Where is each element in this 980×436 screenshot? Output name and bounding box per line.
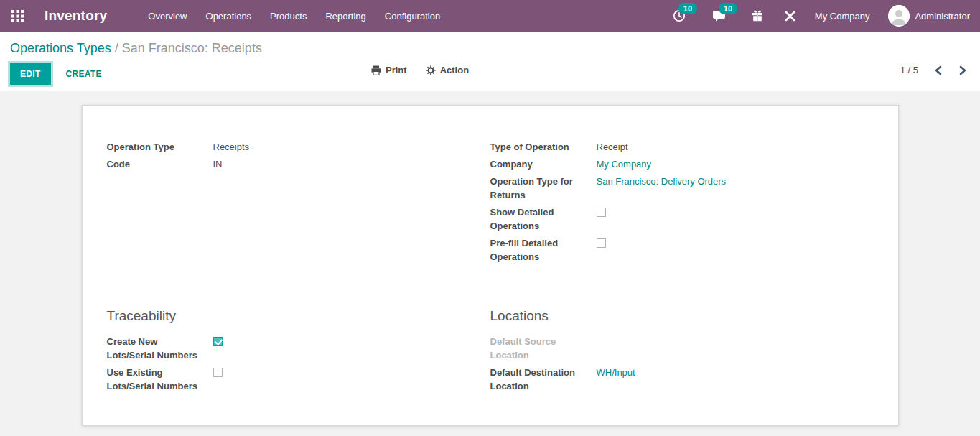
activities-badge: 10 bbox=[678, 3, 697, 14]
field-prefill-detailed-operations: Pre-fill Detailed Operations bbox=[490, 236, 874, 264]
form-left-column: Operation Type Receipts Code IN bbox=[107, 140, 490, 267]
field-label: Code bbox=[107, 157, 213, 171]
field-return-operation-type: Operation Type for Returns San Francisco… bbox=[490, 175, 874, 202]
form-right-column: Type of Operation Receipt Company My Com… bbox=[490, 140, 874, 267]
breadcrumb-current: San Francisco: Receipts bbox=[122, 41, 262, 55]
menu-configuration[interactable]: Configuration bbox=[375, 7, 449, 25]
field-label: Type of Operation bbox=[490, 140, 597, 154]
field-use-existing-lots: Use Existing Lots/Serial Numbers bbox=[107, 366, 490, 393]
field-company: Company My Company bbox=[490, 157, 874, 171]
prefill-detailed-operations-checkbox[interactable] bbox=[597, 238, 606, 248]
field-label: Pre-fill Detailed Operations bbox=[490, 236, 597, 264]
systray: 10 10 bbox=[664, 5, 970, 27]
default-destination-location-link[interactable]: WH/Input bbox=[597, 366, 635, 393]
field-value: Receipt bbox=[597, 140, 628, 154]
action-menu[interactable]: Action bbox=[426, 65, 469, 75]
pager-count: 1 / 5 bbox=[900, 65, 918, 75]
printer-icon bbox=[371, 65, 381, 75]
locations-section: Locations Default Source Location Defaul… bbox=[490, 308, 874, 396]
create-new-lots-checkbox[interactable] bbox=[213, 337, 223, 346]
pager-next-button[interactable] bbox=[958, 65, 967, 75]
use-existing-lots-checkbox[interactable] bbox=[213, 368, 223, 377]
content-area: Operation Type Receipts Code IN Type of … bbox=[0, 91, 980, 424]
return-operation-type-link[interactable]: San Francisco: Delivery Orders bbox=[597, 175, 727, 202]
action-menus: Print Action bbox=[371, 65, 469, 75]
print-label: Print bbox=[386, 65, 407, 75]
create-button[interactable]: CREATE bbox=[66, 69, 102, 79]
gift-icon bbox=[751, 9, 764, 22]
company-link[interactable]: My Company bbox=[597, 157, 652, 171]
show-detailed-operations-checkbox[interactable] bbox=[597, 208, 606, 217]
field-code: Code IN bbox=[107, 157, 490, 171]
menu-reporting[interactable]: Reporting bbox=[316, 7, 375, 25]
breadcrumb-parent-link[interactable]: Operations Types bbox=[10, 41, 111, 55]
gift-button[interactable] bbox=[742, 9, 773, 22]
activities-button[interactable]: 10 bbox=[664, 9, 694, 22]
menu-products[interactable]: Products bbox=[261, 7, 316, 25]
breadcrumb: Operations Types / San Francisco: Receip… bbox=[0, 32, 980, 62]
field-label: Use Existing Lots/Serial Numbers bbox=[107, 366, 213, 393]
control-panel-buttons: EDIT CREATE Print bbox=[0, 62, 980, 91]
traceability-section-title: Traceability bbox=[107, 308, 490, 324]
field-label: Company bbox=[490, 157, 597, 171]
company-switcher[interactable]: My Company bbox=[805, 11, 880, 22]
menu-operations[interactable]: Operations bbox=[197, 7, 261, 25]
field-show-detailed-operations: Show Detailed Operations bbox=[490, 205, 874, 233]
form-sheet: Operation Type Receipts Code IN Type of … bbox=[82, 105, 899, 426]
field-default-destination-location: Default Destination Location WH/Input bbox=[490, 366, 874, 393]
action-label: Action bbox=[440, 65, 469, 75]
apps-menu-button[interactable] bbox=[0, 0, 34, 32]
main-menu: Overview Operations Products Reporting C… bbox=[139, 7, 449, 25]
user-name: Administrator bbox=[915, 11, 970, 22]
form-sections: Traceability Create New Lots/Serial Numb… bbox=[107, 308, 874, 396]
field-create-new-lots: Create New Lots/Serial Numbers bbox=[107, 335, 490, 362]
field-label: Default Destination Location bbox=[490, 366, 597, 393]
traceability-section: Traceability Create New Lots/Serial Numb… bbox=[107, 308, 490, 396]
field-value: IN bbox=[213, 157, 223, 171]
breadcrumb-separator: / bbox=[115, 41, 122, 55]
menu-overview[interactable]: Overview bbox=[139, 7, 196, 25]
edit-button[interactable]: EDIT bbox=[10, 63, 51, 85]
field-value: Receipts bbox=[213, 140, 250, 154]
field-default-source-location: Default Source Location bbox=[490, 335, 874, 362]
field-type-of-operation: Type of Operation Receipt bbox=[490, 140, 874, 154]
pager-previous-button[interactable] bbox=[934, 65, 943, 75]
field-label: Default Source Location bbox=[490, 335, 597, 362]
print-menu[interactable]: Print bbox=[371, 65, 407, 75]
locations-section-title: Locations bbox=[490, 308, 874, 324]
tools-icon bbox=[784, 10, 796, 22]
control-panel: Operations Types / San Francisco: Receip… bbox=[0, 32, 980, 91]
pager: 1 / 5 bbox=[900, 65, 967, 75]
field-operation-type: Operation Type Receipts bbox=[107, 140, 490, 154]
field-label: Operation Type bbox=[107, 140, 213, 154]
top-navbar: Inventory Overview Operations Products R… bbox=[0, 0, 980, 32]
field-label: Create New Lots/Serial Numbers bbox=[107, 335, 213, 362]
user-menu[interactable]: Administrator bbox=[879, 5, 970, 27]
messages-badge: 10 bbox=[719, 3, 737, 14]
tools-button[interactable] bbox=[775, 10, 805, 22]
app-title[interactable]: Inventory bbox=[45, 8, 107, 24]
field-label: Operation Type for Returns bbox=[490, 175, 597, 202]
user-avatar bbox=[888, 5, 910, 27]
gear-icon bbox=[426, 65, 436, 75]
apps-grid-icon bbox=[11, 10, 24, 22]
form-main-group: Operation Type Receipts Code IN Type of … bbox=[107, 140, 874, 267]
field-label: Show Detailed Operations bbox=[490, 205, 597, 233]
messages-button[interactable]: 10 bbox=[704, 9, 735, 22]
